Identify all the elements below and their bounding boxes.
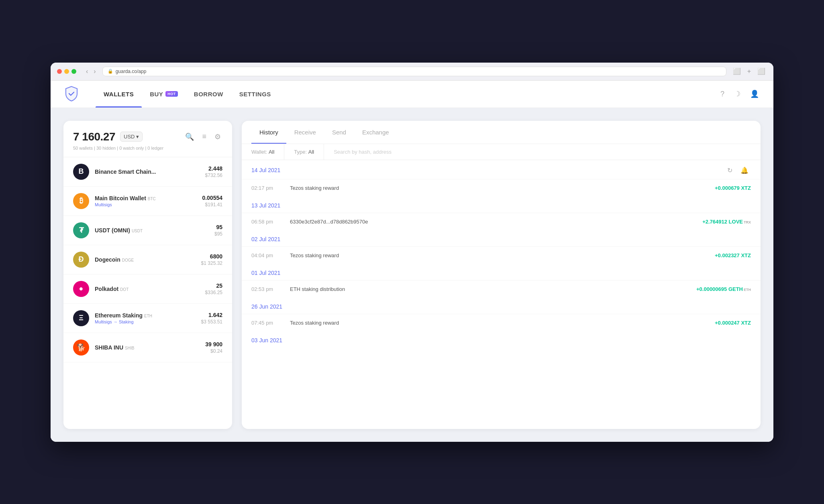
date-header: 02 Jul 2021 <box>242 230 761 246</box>
search-wallets-button[interactable]: 🔍 <box>184 131 196 143</box>
nav-borrow[interactable]: BORROW <box>186 80 231 108</box>
tx-amount: +2.764912 LOVETRX <box>702 219 751 225</box>
wallet-crypto-bnb: 2.448 <box>205 165 222 172</box>
wallet-info-usdt: USDT (OMNI)USDT <box>95 227 214 234</box>
bnb-icon: B <box>73 164 89 180</box>
wallet-settings-button[interactable]: ⚙ <box>213 131 222 143</box>
maximize-traffic-light[interactable] <box>71 69 76 74</box>
wallet-crypto-shib: 39 900 <box>205 341 222 348</box>
share-button[interactable]: ⬜ <box>731 67 742 76</box>
tx-amount: +0.00000695 GETHETH <box>696 286 751 292</box>
wallet-item-usdt[interactable]: ₮USDT (OMNI)USDT95$95 <box>63 216 232 245</box>
wallet-sub-btc: Multisigs <box>95 202 202 207</box>
wallet-info-eth: Ethereum StakingETHMultisigs → Staking <box>95 312 201 324</box>
dot-icon: ● <box>73 281 89 297</box>
wallet-item-bnb[interactable]: BBinance Smart Chain...2.448$732.56 <box>63 157 232 187</box>
nav-wallets[interactable]: WALLETS <box>96 80 142 108</box>
wallet-name-dot: PolkadotDOT <box>95 286 205 292</box>
minimize-traffic-light[interactable] <box>64 69 69 74</box>
tx-coin-super: ETH <box>744 288 751 292</box>
wallet-name-btc: Main Bitcoin WalletBTC <box>95 195 202 201</box>
app-container: WALLETS BUY HOT BORROW SETTINGS ? ☽ 👤 <box>51 81 773 442</box>
doge-icon: Ð <box>73 252 89 268</box>
wallet-balances-usdt: 95$95 <box>214 224 222 237</box>
wallet-item-doge[interactable]: ÐDogecoinDOGE6800$1 325.32 <box>63 245 232 274</box>
filter-wallets-button[interactable]: ≡ <box>200 131 208 143</box>
address-bar[interactable]: 🔒 guarda.co/app <box>102 67 726 76</box>
transaction-row[interactable]: 07:45 pmTezos staking reward+0.000247 XT… <box>242 314 761 331</box>
right-panel: History Receive Send Exchange Wallet: Al… <box>242 121 761 429</box>
wallet-ticker-shib: SHIB <box>125 346 134 350</box>
browser-chrome: ‹ › 🔒 guarda.co/app ⬜ + ⬜ <box>51 63 773 81</box>
shib-icon: 🐕 <box>73 339 89 356</box>
transaction-row[interactable]: 06:58 pm6330e3cf2e87d...d78d862b9570e+2.… <box>242 213 761 230</box>
tx-desc: 6330e3cf2e87d...d78d862b9570e <box>284 219 702 225</box>
close-traffic-light[interactable] <box>57 69 62 74</box>
wallet-item-shib[interactable]: 🐕SHIBA INUSHIB39 900$0.24 <box>63 333 232 362</box>
tx-time: 02:17 pm <box>251 185 284 191</box>
browser-actions: ⬜ + ⬜ <box>731 67 767 76</box>
wallet-balances-dot: 25$336.25 <box>205 282 222 295</box>
wallet-crypto-eth: 1.642 <box>201 312 222 318</box>
tab-exchange[interactable]: Exchange <box>354 121 397 144</box>
wallet-info-doge: DogecoinDOGE <box>95 256 201 263</box>
tx-amount: +0.000247 XTZ <box>715 320 751 326</box>
wallet-sub-eth: Multisigs → Staking <box>95 319 201 324</box>
browser-toolbar: ‹ › 🔒 guarda.co/app ⬜ + ⬜ <box>57 67 767 80</box>
browser-nav: ‹ › <box>84 67 98 76</box>
wallet-ticker-btc: BTC <box>148 197 156 201</box>
tx-time: 06:58 pm <box>251 219 284 225</box>
eth-icon: Ξ <box>73 310 89 326</box>
wallet-fiat-usdt: $95 <box>214 231 222 237</box>
wallet-item-dot[interactable]: ●PolkadotDOT25$336.25 <box>63 274 232 304</box>
type-filter[interactable]: Type: All <box>284 144 324 160</box>
help-button[interactable]: ? <box>719 88 726 100</box>
tabs-button[interactable]: ⬜ <box>756 67 767 76</box>
tab-send[interactable]: Send <box>324 121 354 144</box>
nav-buy[interactable]: BUY HOT <box>142 80 186 108</box>
wallet-balances-shib: 39 900$0.24 <box>205 341 222 354</box>
wallet-ticker-dot: DOT <box>120 287 128 292</box>
wallet-filter[interactable]: Wallet: All <box>242 144 284 160</box>
refresh-button[interactable]: ↻ <box>725 166 735 175</box>
date-header: 26 Jun 2021 <box>242 298 761 314</box>
profile-button[interactable]: 👤 <box>749 88 761 100</box>
new-tab-button[interactable]: + <box>746 67 753 76</box>
tx-desc: ETH staking distribution <box>284 286 696 292</box>
tx-desc: Tezos staking reward <box>284 320 715 326</box>
tx-time: 02:53 pm <box>251 286 284 292</box>
wallet-ticker-usdt: USDT <box>132 229 143 233</box>
wallet-fiat-eth: $3 553.51 <box>201 319 222 325</box>
wallet-balances-eth: 1.642$3 553.51 <box>201 312 222 325</box>
wallet-fiat-dot: $336.25 <box>205 290 222 295</box>
tx-coin-super: TRX <box>744 220 751 224</box>
wallet-name-doge: DogecoinDOGE <box>95 256 201 263</box>
date-label: 13 Jul 2021 <box>251 202 280 209</box>
filters-row: Wallet: All Type: All Search by hash, ad… <box>242 144 761 160</box>
tx-time: 04:04 pm <box>251 252 284 258</box>
wallet-name-shib: SHIBA INUSHIB <box>95 344 205 351</box>
forward-button[interactable]: › <box>92 67 97 76</box>
wallet-info-btc: Main Bitcoin WalletBTCMultisigs <box>95 195 202 207</box>
tab-history[interactable]: History <box>251 121 286 144</box>
transaction-row[interactable]: 04:04 pmTezos staking reward+0.002327 XT… <box>242 246 761 264</box>
tx-desc: Tezos staking reward <box>284 252 715 258</box>
wallet-item-eth[interactable]: ΞEthereum StakingETHMultisigs → Staking1… <box>63 304 232 333</box>
tab-receive[interactable]: Receive <box>286 121 324 144</box>
back-button[interactable]: ‹ <box>84 67 90 76</box>
wallet-item-btc[interactable]: ₿Main Bitcoin WalletBTCMultisigs0.00554$… <box>63 187 232 216</box>
date-header: 13 Jul 2021 <box>242 197 761 213</box>
hash-search-input[interactable]: Search by hash, address <box>324 144 761 160</box>
theme-toggle-button[interactable]: ☽ <box>732 88 742 100</box>
date-header: 14 Jul 2021↻🔔 <box>242 160 761 179</box>
tabs-row: History Receive Send Exchange <box>242 121 761 144</box>
transaction-row[interactable]: 02:53 pmETH staking distribution+0.00000… <box>242 280 761 298</box>
total-balance: 7 160.27 <box>73 130 115 143</box>
notification-button[interactable]: 🔔 <box>738 166 751 175</box>
date-header: 01 Jul 2021 <box>242 264 761 280</box>
currency-selector[interactable]: USD ▾ <box>120 132 143 142</box>
wallet-balances-bnb: 2.448$732.56 <box>205 165 222 178</box>
nav-settings[interactable]: SETTINGS <box>231 80 279 108</box>
transaction-row[interactable]: 02:17 pmTezos staking reward+0.000679 XT… <box>242 179 761 197</box>
tx-time: 07:45 pm <box>251 320 284 326</box>
